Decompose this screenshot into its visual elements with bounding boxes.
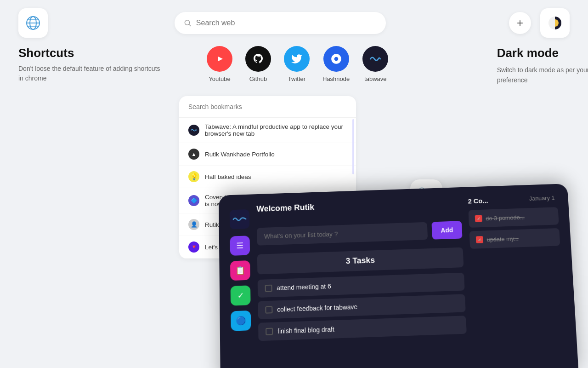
svg-line-6 [189, 24, 191, 26]
completed-checkbox-2[interactable]: ✓ [476, 236, 483, 243]
dark-input-row: Add [257, 221, 463, 246]
tasks-count: 3 Tasks [257, 247, 464, 275]
theme-toggle-icon [547, 15, 563, 31]
task-text-1: attend meeting at 6 [277, 282, 331, 292]
shortcut-github[interactable]: Github [245, 46, 271, 82]
bookmark-text: Half baked ideas [205, 173, 251, 180]
scrollbar[interactable] [352, 119, 354, 174]
dark-mode-title: Dark mode [497, 46, 588, 60]
completed-task-text-2: update my... [486, 235, 519, 243]
bookmarks-search[interactable] [179, 96, 356, 118]
bookmark-favicon: ▲ [188, 149, 199, 160]
tabwave-label: tabwave [364, 75, 386, 82]
list-item[interactable]: Tabwave: A mindful productive app to rep… [179, 118, 356, 143]
twitter-icon [284, 46, 310, 72]
bookmark-favicon: 🔻 [188, 242, 199, 253]
task-item[interactable]: finish final blog draft [258, 316, 467, 341]
dark-welcome-text: Welcome Rutik [256, 203, 314, 214]
add-tab-button[interactable]: + [509, 12, 531, 34]
youtube-icon [207, 46, 232, 72]
dark-completed-section: 2 Co... ✓ do 3 pomodo... ✓ update my... [468, 195, 567, 364]
list-item[interactable]: ▲ Rutik Wankhade Portfolio [179, 143, 356, 166]
dark-add-button[interactable]: Add [431, 221, 462, 240]
bookmarks-search-input[interactable] [188, 103, 347, 110]
task-text-3: finish final blog draft [277, 326, 334, 335]
shortcut-tabwave[interactable]: tabwave [362, 46, 388, 82]
task-checkbox-3[interactable] [266, 328, 273, 335]
twitter-label: Twitter [288, 75, 305, 82]
hashnode-label: Hashnode [322, 75, 350, 82]
task-item[interactable]: collect feedback for tabwave [258, 294, 465, 319]
shortcuts-icons-row: Youtube Github Twitter [179, 46, 388, 82]
shortcut-youtube[interactable]: Youtube [207, 46, 232, 82]
search-icon [184, 19, 192, 27]
completed-task-text-1: do 3 pomodo... [486, 214, 525, 222]
tabwave-shortcut-icon [362, 46, 388, 72]
bookmark-favicon: 💡 [188, 171, 199, 182]
github-icon [245, 46, 271, 72]
dark-panel: ☰ 📋 ✓ 🔵 Welcome Rutik January 1 Add 3 Ta [219, 184, 578, 368]
completed-task-item[interactable]: ✓ update my... [469, 228, 560, 249]
bookmark-favicon: 👤 [188, 219, 199, 230]
dark-task-input[interactable] [257, 222, 428, 246]
dark-panel-date: January 1 [529, 195, 554, 202]
task-item[interactable]: attend meeting at 6 [258, 273, 465, 298]
bookmark-favicon: 🔷 [188, 195, 199, 206]
list-item[interactable]: 💡 Half baked ideas [179, 166, 356, 188]
sidebar-icon-tasks[interactable]: ☰ [230, 236, 250, 256]
hashnode-icon [323, 46, 349, 72]
shortcut-twitter[interactable]: Twitter [284, 46, 310, 82]
dark-mode-description: Switch to dark mode as per your preferen… [497, 65, 588, 86]
sidebar-icon-notes[interactable]: 📋 [230, 260, 250, 281]
theme-icon-wrap[interactable] [540, 8, 570, 38]
bookmark-text: Rutik Wankhade Portfolio [205, 151, 275, 158]
dark-main-content: Welcome Rutik January 1 Add 3 Tasks atte… [256, 198, 468, 368]
shortcut-hashnode[interactable]: Hashnode [322, 46, 350, 82]
search-input[interactable] [196, 19, 377, 27]
completed-checkbox-1[interactable]: ✓ [475, 215, 482, 222]
task-checkbox-2[interactable] [265, 306, 272, 313]
github-label: Github [249, 75, 267, 82]
top-bar: + [0, 0, 588, 46]
shortcuts-title: Shortcuts [18, 46, 165, 60]
sidebar-icon-check[interactable]: ✓ [231, 285, 251, 305]
youtube-label: Youtube [209, 75, 230, 82]
globe-icon-wrap [18, 8, 48, 38]
svg-marker-9 [218, 57, 223, 61]
dark-sidebar: ☰ 📋 ✓ 🔵 [230, 209, 252, 368]
task-text-2: collect feedback for tabwave [277, 303, 357, 313]
bookmark-text: Tabwave: A mindful productive app to rep… [205, 123, 347, 137]
tabwave-logo [230, 209, 250, 229]
task-checkbox-1[interactable] [265, 285, 272, 292]
search-bar[interactable] [175, 12, 386, 34]
sidebar-icon-explore[interactable]: 🔵 [231, 310, 251, 331]
svg-point-5 [185, 20, 189, 25]
svg-rect-10 [230, 209, 250, 229]
completed-task-item[interactable]: ✓ do 3 pomodo... [468, 207, 559, 228]
bookmark-favicon [188, 125, 199, 136]
globe-icon [25, 15, 41, 31]
left-section: Shortcuts Don't loose the default featur… [18, 46, 165, 259]
shortcuts-description: Don't loose the default feature of addin… [18, 64, 165, 83]
